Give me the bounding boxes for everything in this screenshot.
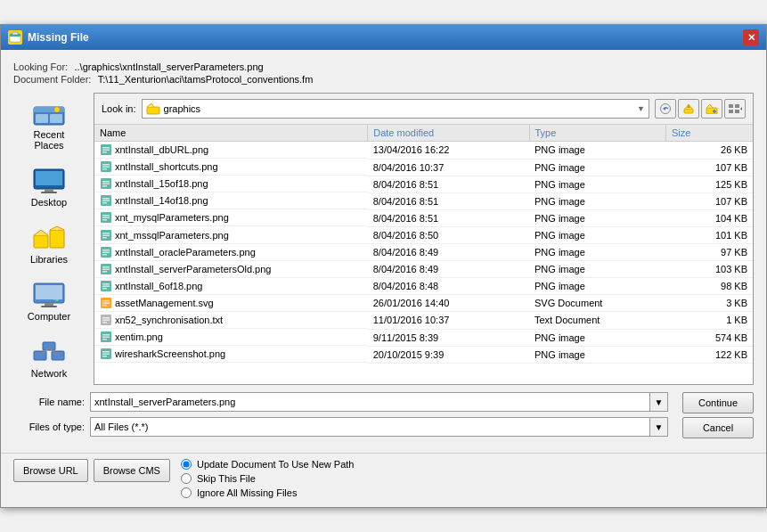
sidebar-item-libraries[interactable]: Libraries xyxy=(13,217,85,271)
document-folder-path: T:\11_Xenturion\aci\tamsProtocol_convent… xyxy=(98,74,314,85)
svg-rect-24 xyxy=(147,107,159,114)
file-date-cell: 20/10/2015 8:39 xyxy=(368,363,529,365)
back-button[interactable] xyxy=(655,99,676,119)
svg-rect-33 xyxy=(735,104,739,108)
svg-rect-32 xyxy=(729,104,733,108)
file-list-container[interactable]: Name Date modified Type Size xntInstall_… xyxy=(94,125,753,365)
file-name-text: xntInstall_dbURL.png xyxy=(115,144,208,155)
bottom-section: File name: ▼ Files of type: ▼ xyxy=(13,385,754,442)
file-name-cell: wiresharkScreenshot.png xyxy=(94,346,368,363)
table-row[interactable]: xntInstall_15of18.png 8/04/2016 8:51 PNG… xyxy=(94,176,753,192)
sidebar-item-recent[interactable]: Recent Places xyxy=(13,93,85,157)
radio-update[interactable]: Update Document To Use New Path xyxy=(181,459,355,470)
table-row[interactable]: xentim.png 9/11/2015 8:39 PNG image 574 … xyxy=(94,329,753,346)
file-size-cell: 101 KB xyxy=(665,226,753,243)
look-in-dropdown-arrow[interactable]: ▼ xyxy=(637,104,645,113)
svg-rect-75 xyxy=(102,302,110,304)
radio-skip-input[interactable] xyxy=(181,473,192,484)
table-row[interactable]: xnt_mysqlParameters.png 8/04/2016 8:51 P… xyxy=(94,209,753,226)
radio-skip-label: Skip This File xyxy=(197,473,256,484)
browse-url-button[interactable]: Browse URL xyxy=(13,459,88,482)
radio-skip[interactable]: Skip This File xyxy=(181,473,355,484)
file-name-input[interactable] xyxy=(90,392,650,412)
recent-places-icon xyxy=(31,99,67,127)
view-button[interactable] xyxy=(724,99,746,119)
table-row[interactable]: xntInstall_6of18.png 8/04/2016 8:48 PNG … xyxy=(94,278,753,295)
col-header-name[interactable]: Name xyxy=(94,125,368,142)
file-name-text: xntInstall_serverParametersOld.png xyxy=(115,264,271,274)
up-button[interactable] xyxy=(678,99,699,119)
svg-rect-68 xyxy=(102,271,107,273)
col-header-type[interactable]: Type xyxy=(529,125,665,142)
file-name-cell: xntInstall_serverParametersOld.png xyxy=(94,261,368,278)
table-row[interactable]: xntInstall_14of18.png 8/04/2016 8:51 PNG… xyxy=(94,192,753,209)
table-row[interactable]: assetManagement.svg 26/01/2016 14:40 SVG… xyxy=(94,295,753,312)
svg-rect-60 xyxy=(102,237,107,239)
sidebar-item-network[interactable]: Network xyxy=(13,331,85,385)
file-size-cell: 574 KB xyxy=(665,329,753,346)
look-in-select[interactable]: graphics ▼ xyxy=(142,99,649,119)
svg-rect-5 xyxy=(36,114,48,123)
new-folder-button[interactable] xyxy=(701,99,722,119)
files-of-type-input[interactable] xyxy=(90,417,650,437)
file-type-cell: PNG image xyxy=(529,363,665,365)
table-row[interactable]: xnt_mssqlParameters.png 8/04/2016 8:50 P… xyxy=(94,226,753,243)
sidebar-item-computer[interactable]: Computer xyxy=(13,274,85,328)
svg-rect-64 xyxy=(102,254,107,256)
table-row[interactable]: xntInstall_serverParametersOld.png 8/04/… xyxy=(94,261,753,278)
svg-rect-10 xyxy=(41,192,57,193)
col-header-date[interactable]: Date modified xyxy=(368,125,529,142)
svg-marker-36 xyxy=(740,107,742,110)
file-size-cell: 107 KB xyxy=(665,192,753,209)
svg-rect-62 xyxy=(102,250,110,251)
close-button[interactable]: ✕ xyxy=(743,29,759,45)
files-of-type-dropdown[interactable]: ▼ xyxy=(650,417,668,437)
table-row[interactable]: xntInstall_shortcuts.png 8/04/2016 10:37… xyxy=(94,159,753,176)
file-type-cell: PNG image xyxy=(529,329,665,346)
file-name-cell: xn52_synchronisation.txt xyxy=(94,312,368,329)
table-row[interactable]: imv_statistics.png 20/10/2015 8:39 PNG i… xyxy=(94,363,753,365)
table-row[interactable]: xn52_synchronisation.txt 11/01/2016 10:3… xyxy=(94,312,753,329)
svg-rect-79 xyxy=(102,320,110,322)
file-type-cell: PNG image xyxy=(529,346,665,363)
network-icon xyxy=(31,338,67,366)
file-icon xyxy=(100,228,115,241)
table-row[interactable]: xntInstall_oracleParameters.png 8/04/201… xyxy=(94,244,753,261)
cancel-button[interactable]: Cancel xyxy=(682,417,754,438)
file-name-dropdown[interactable]: ▼ xyxy=(650,392,668,412)
radio-ignore-label: Ignore All Missing Files xyxy=(197,487,298,498)
sidebar-item-desktop[interactable]: Desktop xyxy=(13,160,85,214)
svg-rect-54 xyxy=(102,215,110,217)
table-row[interactable]: xntInstall_dbURL.png 13/04/2016 16:22 PN… xyxy=(94,142,753,160)
file-name-cell: imv_statistics.png xyxy=(94,363,368,365)
radio-ignore[interactable]: Ignore All Missing Files xyxy=(181,487,355,498)
look-in-bar: Look in: graphics ▼ xyxy=(94,94,753,125)
radio-ignore-input[interactable] xyxy=(181,487,192,498)
file-size-cell: 97 KB xyxy=(665,244,753,261)
browse-cms-button[interactable]: Browse CMS xyxy=(94,459,170,482)
radio-update-input[interactable] xyxy=(181,459,192,470)
svg-rect-11 xyxy=(34,235,48,248)
file-date-cell: 9/11/2015 8:39 xyxy=(368,329,529,346)
svg-rect-80 xyxy=(102,322,107,323)
look-in-label: Look in: xyxy=(102,103,136,114)
svg-rect-42 xyxy=(102,164,110,166)
continue-button[interactable]: Continue xyxy=(682,392,754,413)
col-header-size[interactable]: Size xyxy=(665,125,753,142)
file-date-cell: 8/04/2016 8:51 xyxy=(368,209,529,226)
radio-group: Update Document To Use New Path Skip Thi… xyxy=(181,459,355,498)
file-icon xyxy=(100,194,115,207)
file-name-cell: xntInstall_shortcuts.png xyxy=(94,159,368,176)
file-type-cell: PNG image xyxy=(529,278,665,295)
table-row[interactable]: wiresharkScreenshot.png 20/10/2015 9:39 … xyxy=(94,346,753,363)
file-date-cell: 8/04/2016 8:49 xyxy=(368,261,529,278)
file-name-text: xn52_synchronisation.txt xyxy=(115,315,223,325)
svg-rect-47 xyxy=(102,184,110,185)
file-size-cell: 104 KB xyxy=(665,209,753,226)
svg-rect-40 xyxy=(102,151,107,153)
file-icon xyxy=(100,246,115,258)
file-date-cell: 8/04/2016 8:48 xyxy=(368,278,529,295)
desktop-icon xyxy=(31,167,67,195)
svg-rect-52 xyxy=(102,202,107,204)
file-name-input-container: ▼ xyxy=(90,392,668,412)
